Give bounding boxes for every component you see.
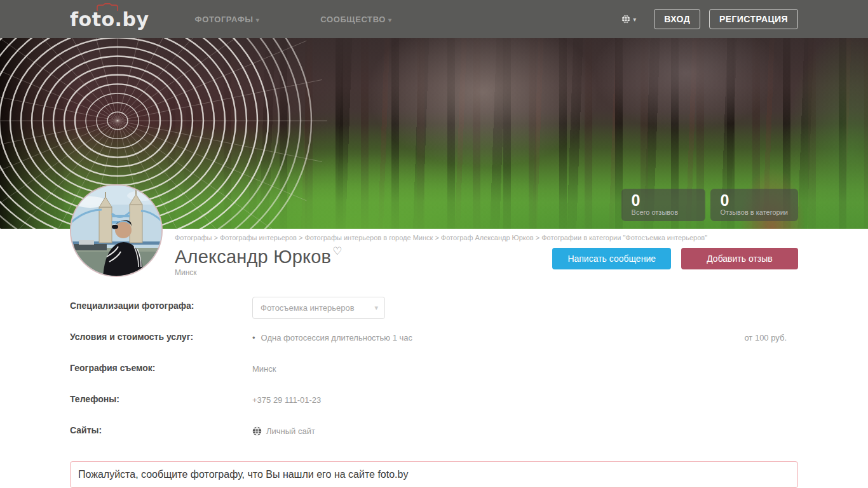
specialization-select-value: Фотосъемка интерьеров <box>261 303 355 313</box>
add-review-button[interactable]: Добавить отзыв <box>681 248 798 269</box>
spiderweb-cover-art <box>0 38 432 229</box>
language-selector[interactable]: ▾ <box>621 14 636 24</box>
pricing-price: от 100 руб. <box>744 333 798 342</box>
nav-item-photographers-label: ФОТОГРАФЫ <box>195 15 254 24</box>
chevron-down-icon: ▾ <box>388 17 392 24</box>
stat-category-reviews-value: 0 <box>721 192 788 208</box>
geography-label: География съемок: <box>70 359 252 373</box>
phones-label: Телефоны: <box>70 390 252 404</box>
avatar[interactable] <box>70 184 163 277</box>
pricing-item-text: Одна фотосессия длительностью 1 час <box>261 333 413 342</box>
personal-site-link[interactable]: Личный сайт <box>252 426 798 436</box>
site-logo[interactable]: foto.by <box>70 8 149 30</box>
photographer-name: Александр Юрков <box>175 247 331 267</box>
pricing-label: Условия и стоимость услуг: <box>70 328 252 342</box>
specialization-select[interactable]: Фотосъемка интерьеров ▾ <box>252 297 385 319</box>
stat-category-reviews: 0 Отзывов в категории <box>710 189 798 221</box>
nav-item-community[interactable]: СООБЩЕСТВО▾ <box>320 15 391 24</box>
profile-details: Специализации фотографа: Фотосъемка инте… <box>70 297 798 488</box>
review-stats: 0 Всего отзывов 0 Отзывов в категории <box>621 189 798 221</box>
camera-icon <box>96 3 119 11</box>
chevron-down-icon: ▾ <box>256 17 260 24</box>
avatar-photo <box>71 186 163 277</box>
stat-category-reviews-label: Отзывов в категории <box>721 208 788 217</box>
globe-icon <box>252 426 262 436</box>
register-button[interactable]: РЕГИСТРАЦИЯ <box>709 9 798 29</box>
site-logo-text: foto.by <box>70 8 149 30</box>
globe-icon <box>621 14 631 24</box>
specializations-label: Специализации фотографа: <box>70 297 252 311</box>
chevron-down-icon: ▾ <box>374 304 378 312</box>
nav-item-community-label: СООБЩЕСТВО <box>320 15 386 24</box>
personal-site-label: Личный сайт <box>266 426 315 436</box>
top-navbar: foto.by ФОТОГРАФЫ▾ СООБЩЕСТВО▾ ▾ <box>0 0 868 38</box>
send-message-button[interactable]: Написать сообщение <box>552 248 671 269</box>
bullet-icon: • <box>252 333 255 342</box>
notice-banner: Пожалуйста, сообщите фотографу, что Вы н… <box>70 461 798 488</box>
stat-total-reviews-value: 0 <box>632 192 695 208</box>
sites-label: Сайты: <box>70 421 252 435</box>
phone-number: +375 29 111-01-23 <box>252 390 798 405</box>
chevron-down-icon: ▾ <box>633 16 636 23</box>
stat-total-reviews-label: Всего отзывов <box>632 208 695 217</box>
login-button[interactable]: ВХОД <box>654 9 700 29</box>
photographer-city: Минск <box>175 268 342 277</box>
favorite-heart-icon[interactable]: ♡ <box>332 247 342 257</box>
geography-value: Минск <box>252 359 798 374</box>
breadcrumb[interactable]: Фотографы > Фотографы интерьеров > Фотог… <box>175 234 798 242</box>
nav-item-photographers[interactable]: ФОТОГРАФЫ▾ <box>195 15 260 24</box>
stat-total-reviews: 0 Всего отзывов <box>621 189 705 221</box>
page-title: Александр Юрков♡ <box>175 247 342 267</box>
